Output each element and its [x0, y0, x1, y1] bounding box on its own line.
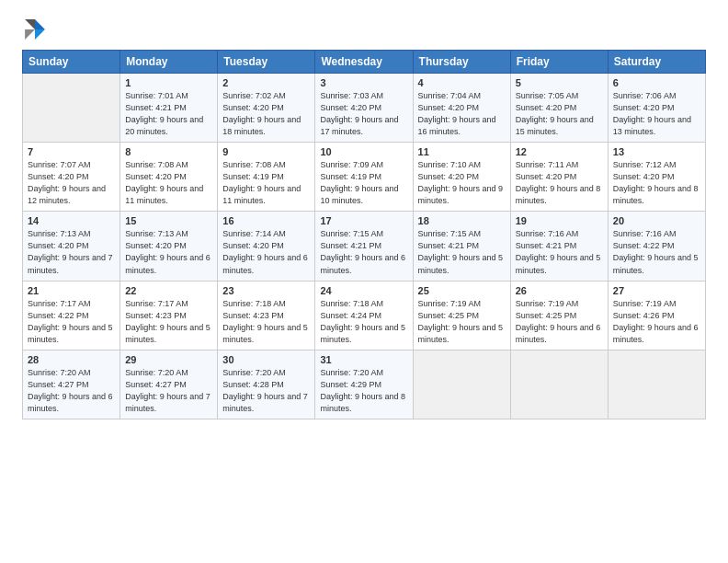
calendar-cell: 28 Sunrise: 7:20 AMSunset: 4:27 PMDaylig… [23, 350, 120, 419]
day-number: 1 [125, 77, 212, 88]
week-row-3: 14 Sunrise: 7:13 AMSunset: 4:20 PMDaylig… [23, 212, 706, 281]
day-number: 9 [222, 146, 310, 157]
calendar-cell: 12 Sunrise: 7:11 AMSunset: 4:20 PMDaylig… [510, 143, 608, 212]
day-number: 5 [516, 77, 603, 88]
cell-content: Sunrise: 7:20 AMSunset: 4:27 PMDaylight:… [28, 367, 115, 415]
cell-content: Sunrise: 7:15 AMSunset: 4:21 PMDaylight:… [320, 228, 407, 276]
day-number: 21 [28, 285, 115, 296]
logo [22, 17, 51, 42]
calendar-cell: 25 Sunrise: 7:19 AMSunset: 4:25 PMDaylig… [413, 281, 510, 350]
day-number: 4 [418, 77, 506, 88]
header-cell-wednesday: Wednesday [315, 51, 413, 74]
calendar-cell: 7 Sunrise: 7:07 AMSunset: 4:20 PMDayligh… [23, 143, 120, 212]
calendar-cell: 21 Sunrise: 7:17 AMSunset: 4:22 PMDaylig… [23, 281, 120, 350]
cell-content: Sunrise: 7:19 AMSunset: 4:26 PMDaylight:… [613, 298, 700, 346]
cell-content: Sunrise: 7:11 AMSunset: 4:20 PMDaylight:… [516, 159, 603, 207]
header-cell-thursday: Thursday [413, 51, 510, 74]
page: SundayMondayTuesdayWednesdayThursdayFrid… [0, 0, 728, 563]
calendar-cell: 19 Sunrise: 7:16 AMSunset: 4:21 PMDaylig… [510, 212, 608, 281]
day-number: 15 [125, 215, 212, 226]
calendar-cell: 31 Sunrise: 7:20 AMSunset: 4:29 PMDaylig… [315, 350, 413, 419]
day-number: 31 [320, 354, 407, 365]
day-number: 18 [418, 215, 506, 226]
calendar-cell: 27 Sunrise: 7:19 AMSunset: 4:26 PMDaylig… [608, 281, 705, 350]
calendar-cell: 3 Sunrise: 7:03 AMSunset: 4:20 PMDayligh… [315, 74, 413, 143]
calendar-cell: 11 Sunrise: 7:10 AMSunset: 4:20 PMDaylig… [413, 143, 510, 212]
cell-content: Sunrise: 7:17 AMSunset: 4:22 PMDaylight:… [28, 298, 115, 346]
calendar-cell: 13 Sunrise: 7:12 AMSunset: 4:20 PMDaylig… [608, 143, 705, 212]
cell-content: Sunrise: 7:17 AMSunset: 4:23 PMDaylight:… [125, 298, 212, 346]
calendar-cell [413, 350, 510, 419]
cell-content: Sunrise: 7:10 AMSunset: 4:20 PMDaylight:… [418, 159, 506, 207]
svg-marker-2 [25, 19, 35, 29]
calendar-cell: 16 Sunrise: 7:14 AMSunset: 4:20 PMDaylig… [218, 212, 315, 281]
calendar-cell [23, 74, 120, 143]
svg-marker-3 [25, 29, 35, 40]
header-row: SundayMondayTuesdayWednesdayThursdayFrid… [23, 51, 706, 74]
cell-content: Sunrise: 7:05 AMSunset: 4:20 PMDaylight:… [516, 90, 603, 138]
cell-content: Sunrise: 7:04 AMSunset: 4:20 PMDaylight:… [418, 90, 506, 138]
cell-content: Sunrise: 7:16 AMSunset: 4:21 PMDaylight:… [516, 228, 603, 276]
calendar-cell: 2 Sunrise: 7:02 AMSunset: 4:20 PMDayligh… [218, 74, 315, 143]
calendar-cell: 17 Sunrise: 7:15 AMSunset: 4:21 PMDaylig… [315, 212, 413, 281]
week-row-1: 1 Sunrise: 7:01 AMSunset: 4:21 PMDayligh… [23, 74, 706, 143]
calendar-cell: 24 Sunrise: 7:18 AMSunset: 4:24 PMDaylig… [315, 281, 413, 350]
header-cell-friday: Friday [510, 51, 608, 74]
calendar-cell: 22 Sunrise: 7:17 AMSunset: 4:23 PMDaylig… [120, 281, 218, 350]
calendar-cell: 18 Sunrise: 7:15 AMSunset: 4:21 PMDaylig… [413, 212, 510, 281]
day-number: 19 [516, 215, 603, 226]
cell-content: Sunrise: 7:02 AMSunset: 4:20 PMDaylight:… [222, 90, 310, 138]
week-row-4: 21 Sunrise: 7:17 AMSunset: 4:22 PMDaylig… [23, 281, 706, 350]
cell-content: Sunrise: 7:19 AMSunset: 4:25 PMDaylight:… [516, 298, 603, 346]
calendar-cell: 14 Sunrise: 7:13 AMSunset: 4:20 PMDaylig… [23, 212, 120, 281]
cell-content: Sunrise: 7:19 AMSunset: 4:25 PMDaylight:… [418, 298, 506, 346]
header-cell-sunday: Sunday [23, 51, 120, 74]
calendar-cell: 15 Sunrise: 7:13 AMSunset: 4:20 PMDaylig… [120, 212, 218, 281]
calendar-cell: 29 Sunrise: 7:20 AMSunset: 4:27 PMDaylig… [120, 350, 218, 419]
day-number: 12 [516, 146, 603, 157]
cell-content: Sunrise: 7:09 AMSunset: 4:19 PMDaylight:… [320, 159, 407, 207]
day-number: 13 [613, 146, 700, 157]
cell-content: Sunrise: 7:20 AMSunset: 4:29 PMDaylight:… [320, 367, 407, 415]
day-number: 11 [418, 146, 506, 157]
header-cell-tuesday: Tuesday [218, 51, 315, 74]
calendar-cell [608, 350, 705, 419]
week-row-2: 7 Sunrise: 7:07 AMSunset: 4:20 PMDayligh… [23, 143, 706, 212]
cell-content: Sunrise: 7:08 AMSunset: 4:20 PMDaylight:… [125, 159, 212, 207]
calendar-cell: 6 Sunrise: 7:06 AMSunset: 4:20 PMDayligh… [608, 74, 705, 143]
cell-content: Sunrise: 7:18 AMSunset: 4:23 PMDaylight:… [222, 298, 310, 346]
day-number: 29 [125, 354, 212, 365]
cell-content: Sunrise: 7:08 AMSunset: 4:19 PMDaylight:… [222, 159, 310, 207]
day-number: 22 [125, 285, 212, 296]
day-number: 17 [320, 215, 407, 226]
day-number: 14 [28, 215, 115, 226]
week-row-5: 28 Sunrise: 7:20 AMSunset: 4:27 PMDaylig… [23, 350, 706, 419]
header [22, 17, 706, 42]
day-number: 6 [613, 77, 700, 88]
calendar-cell: 10 Sunrise: 7:09 AMSunset: 4:19 PMDaylig… [315, 143, 413, 212]
cell-content: Sunrise: 7:15 AMSunset: 4:21 PMDaylight:… [418, 228, 506, 276]
calendar-cell: 1 Sunrise: 7:01 AMSunset: 4:21 PMDayligh… [120, 74, 218, 143]
cell-content: Sunrise: 7:07 AMSunset: 4:20 PMDaylight:… [28, 159, 115, 207]
cell-content: Sunrise: 7:03 AMSunset: 4:20 PMDaylight:… [320, 90, 407, 138]
calendar-cell: 9 Sunrise: 7:08 AMSunset: 4:19 PMDayligh… [218, 143, 315, 212]
day-number: 26 [516, 285, 603, 296]
day-number: 25 [418, 285, 506, 296]
svg-marker-1 [35, 29, 45, 40]
cell-content: Sunrise: 7:20 AMSunset: 4:27 PMDaylight:… [125, 367, 212, 415]
calendar-cell: 4 Sunrise: 7:04 AMSunset: 4:20 PMDayligh… [413, 74, 510, 143]
calendar-cell: 26 Sunrise: 7:19 AMSunset: 4:25 PMDaylig… [510, 281, 608, 350]
day-number: 24 [320, 285, 407, 296]
svg-marker-0 [35, 19, 45, 29]
day-number: 20 [613, 215, 700, 226]
logo-icon [22, 17, 48, 42]
cell-content: Sunrise: 7:13 AMSunset: 4:20 PMDaylight:… [28, 228, 115, 276]
day-number: 16 [222, 215, 310, 226]
cell-content: Sunrise: 7:01 AMSunset: 4:21 PMDaylight:… [125, 90, 212, 138]
calendar-table: SundayMondayTuesdayWednesdayThursdayFrid… [22, 50, 706, 419]
calendar-cell: 5 Sunrise: 7:05 AMSunset: 4:20 PMDayligh… [510, 74, 608, 143]
calendar-body: 1 Sunrise: 7:01 AMSunset: 4:21 PMDayligh… [23, 74, 706, 419]
day-number: 30 [222, 354, 310, 365]
day-number: 2 [222, 77, 310, 88]
header-cell-monday: Monday [120, 51, 218, 74]
